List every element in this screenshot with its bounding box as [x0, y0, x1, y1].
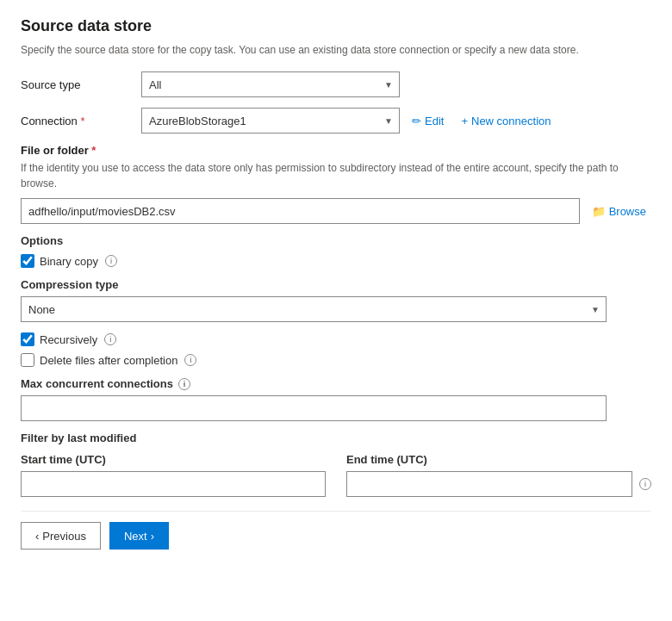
source-type-select[interactable]: All Azure Blob Storage Azure Data Lake A… — [141, 71, 400, 97]
end-time-info-icon: i — [639, 478, 651, 490]
max-connections-info-icon: i — [178, 378, 190, 390]
recursively-info-icon: i — [104, 333, 116, 345]
compression-label: Compression type — [21, 278, 651, 291]
start-time-label: Start time (UTC) — [21, 453, 326, 466]
end-time-input[interactable] — [346, 471, 632, 497]
file-folder-description: If the identity you use to access the da… — [21, 160, 651, 191]
recursively-label: Recursively — [40, 333, 97, 346]
delete-files-info-icon: i — [184, 354, 196, 366]
end-time-label: End time (UTC) — [346, 453, 651, 466]
start-time-input[interactable] — [21, 471, 326, 497]
max-connections-label: Max concurrent connections i — [21, 377, 651, 390]
connection-select[interactable]: AzureBlobStorage1 — [141, 108, 400, 134]
filter-title: Filter by last modified — [21, 432, 651, 444]
max-connections-input[interactable] — [21, 395, 607, 421]
next-chevron-icon: › — [151, 530, 154, 543]
binary-copy-label: Binary copy — [40, 255, 98, 268]
binary-copy-checkbox[interactable] — [21, 254, 34, 268]
previous-button[interactable]: ‹ Previous — [21, 522, 101, 550]
plus-icon: + — [461, 115, 468, 127]
pencil-icon: ✏ — [412, 115, 421, 127]
next-button[interactable]: Next › — [109, 522, 169, 550]
connection-label: Connection * — [21, 115, 141, 127]
delete-files-checkbox[interactable] — [21, 353, 34, 367]
file-folder-label: File or folder * — [21, 144, 651, 157]
page-description: Specify the source data store for the co… — [21, 42, 651, 58]
folder-icon: 📁 — [592, 205, 606, 218]
prev-chevron-icon: ‹ — [35, 530, 39, 543]
browse-button[interactable]: 📁 Browse — [587, 202, 651, 221]
page-title: Source data store — [21, 17, 651, 35]
edit-button[interactable]: ✏ Edit — [407, 111, 449, 131]
compression-select[interactable]: None GZip BZip2 Deflate ZipDeflate TarGZ… — [21, 296, 607, 322]
new-connection-button[interactable]: + New connection — [456, 111, 556, 131]
options-label: Options — [21, 234, 651, 247]
binary-copy-info-icon: i — [105, 255, 117, 267]
connection-required: * — [78, 115, 85, 127]
file-folder-input[interactable] — [21, 198, 580, 224]
recursively-checkbox[interactable] — [21, 332, 34, 346]
source-type-label: Source type — [21, 78, 141, 91]
delete-files-label: Delete files after completion — [40, 354, 177, 367]
